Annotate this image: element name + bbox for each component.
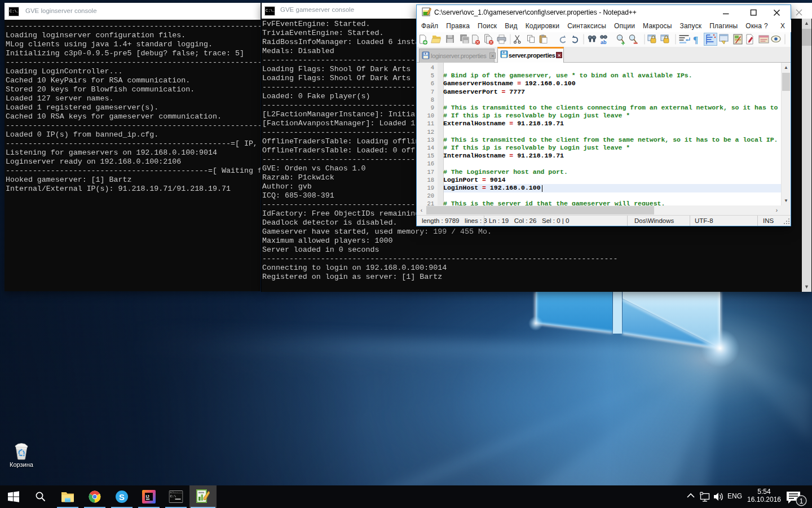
svg-text:¶: ¶ [693,34,698,45]
svg-text:IJ: IJ [146,494,149,499]
svg-text:1: 1 [800,497,804,505]
svg-text:C:\: C:\ [170,494,176,498]
svg-text:S: S [119,492,125,502]
svg-text:ab: ab [601,40,607,45]
svg-text:C:\...: C:\... [170,491,178,493]
